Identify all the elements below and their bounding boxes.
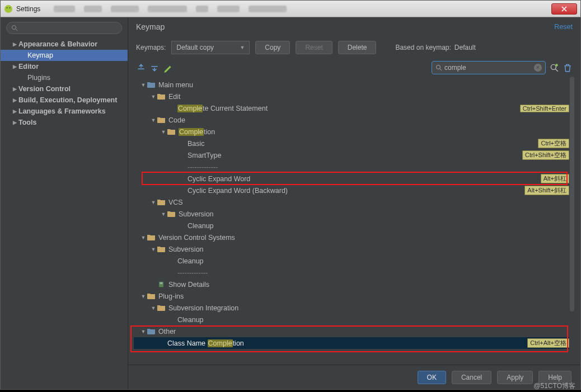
svg-point-7 [551, 64, 556, 69]
sidebar-item[interactable]: Keymap [1, 50, 128, 61]
window-title: Settings [16, 5, 40, 13]
tree-row[interactable]: ▼Plug-ins [134, 290, 575, 302]
tree-row[interactable]: ------------- [134, 161, 575, 173]
sidebar-item[interactable]: ▶Tools [1, 117, 128, 128]
sidebar-item[interactable]: ▶Build, Execution, Deployment [1, 95, 128, 106]
tree-row[interactable]: ▼Main menu [134, 79, 575, 91]
dialog-button-bar: OK Cancel Apply Help [128, 365, 580, 389]
cancel-button[interactable]: Cancel [452, 371, 491, 384]
action-search-input[interactable] [444, 64, 532, 72]
content-area: ▶Appearance & BehaviorKeymap▶EditorPlugi… [1, 17, 580, 389]
reset-link[interactable]: Reset [554, 23, 573, 31]
svg-line-4 [16, 29, 17, 31]
svg-rect-10 [159, 282, 163, 287]
sidebar-item[interactable]: ▶Appearance & Behavior [1, 39, 128, 50]
reset-button[interactable]: Reset [296, 41, 332, 54]
tree-row[interactable]: ▼Completion [134, 126, 575, 138]
tree-row[interactable]: Class Name CompletionCtrl+Alt+空格 [134, 337, 575, 349]
svg-rect-11 [160, 282, 163, 283]
clear-search-icon[interactable]: × [534, 64, 542, 72]
tree-row[interactable]: Complete Current StatementCtrl+Shift+Ent… [134, 102, 575, 114]
apply-button[interactable]: Apply [497, 371, 533, 384]
find-by-shortcut-icon[interactable] [549, 63, 559, 73]
svg-rect-12 [160, 284, 163, 284]
tree-row[interactable]: Cyclic Expand WordAlt+斜杠 [134, 173, 575, 185]
keymaps-selected: Default copy [176, 44, 214, 51]
action-search[interactable]: × [432, 61, 546, 74]
tree-row[interactable]: BasicCtrl+空格 [134, 138, 575, 149]
sidebar-item[interactable]: ▶Version Control [1, 83, 128, 95]
sidebar-item[interactable]: Plugins [1, 72, 128, 83]
tree-row[interactable]: ▼Other [134, 325, 575, 337]
page-title: Keymap [136, 22, 165, 31]
edit-icon[interactable] [163, 63, 173, 73]
search-icon [435, 64, 442, 71]
svg-point-0 [4, 5, 12, 13]
tree-row[interactable]: Cyclic Expand Word (Backward)Alt+Shift+斜… [134, 185, 575, 196]
tree-row[interactable]: Cleanup [134, 220, 575, 232]
titlebar-blurred-tabs [54, 6, 287, 12]
keymaps-dropdown[interactable]: Default copy ▼ [171, 41, 250, 54]
tree-row[interactable]: Show Details [134, 278, 575, 290]
tree-row[interactable]: ▼VCS [134, 196, 575, 208]
settings-window: Settings ▶Appearance & BehaviorKeymap▶Ed… [0, 0, 581, 390]
collapse-all-icon[interactable] [149, 63, 160, 73]
based-on-value: Default [455, 44, 476, 51]
tree-row[interactable]: ▼Subversion [134, 243, 575, 255]
sidebar-item[interactable]: ▶Languages & Frameworks [1, 106, 128, 117]
svg-point-2 [10, 7, 11, 8]
svg-line-8 [555, 69, 558, 72]
sidebar-tree: ▶Appearance & BehaviorKeymap▶EditorPlugi… [1, 39, 128, 128]
tree-row[interactable]: ▼Version Control Systems [134, 232, 575, 243]
svg-point-3 [12, 26, 16, 30]
ok-button[interactable]: OK [418, 371, 446, 384]
tree-row[interactable]: Cleanup [134, 255, 575, 267]
window-close-button[interactable] [551, 3, 577, 15]
tree-scrollbar[interactable] [569, 77, 575, 361]
sidebar: ▶Appearance & BehaviorKeymap▶EditorPlugi… [1, 17, 128, 389]
titlebar[interactable]: Settings [1, 1, 580, 17]
tree-row[interactable]: ▼Edit [134, 91, 575, 102]
expand-all-icon[interactable] [136, 63, 146, 73]
tree-row[interactable]: ▼Subversion [134, 208, 575, 220]
search-icon [11, 25, 18, 31]
svg-point-1 [7, 7, 8, 8]
copy-button[interactable]: Copy [255, 41, 290, 54]
tree-row[interactable]: ▼Subversion Integration [134, 302, 575, 314]
svg-line-6 [440, 69, 442, 70]
svg-point-5 [437, 65, 441, 69]
app-logo-icon [4, 4, 13, 13]
svg-point-9 [555, 64, 558, 67]
trash-icon[interactable] [563, 63, 573, 73]
main-panel: Keymap Reset Keymaps: Default copy ▼ Cop… [128, 17, 580, 389]
watermark: @51CTO博客 [533, 381, 575, 391]
tree-row[interactable]: Cleanup [134, 314, 575, 325]
chevron-down-icon: ▼ [240, 45, 245, 50]
based-on-label: Based on keymap: [395, 44, 451, 51]
sidebar-item[interactable]: ▶Editor [1, 61, 128, 72]
delete-button[interactable]: Delete [338, 41, 377, 54]
tree-row[interactable]: SmartTypeCtrl+Shift+空格 [134, 149, 575, 161]
keymaps-label: Keymaps: [136, 44, 166, 51]
tree-row[interactable]: ------------- [134, 267, 575, 278]
sidebar-search[interactable] [6, 22, 122, 34]
tree-row[interactable]: ▼Code [134, 114, 575, 126]
keymap-tree: ▼Main menu▼EditComplete Current Statemen… [134, 77, 575, 361]
